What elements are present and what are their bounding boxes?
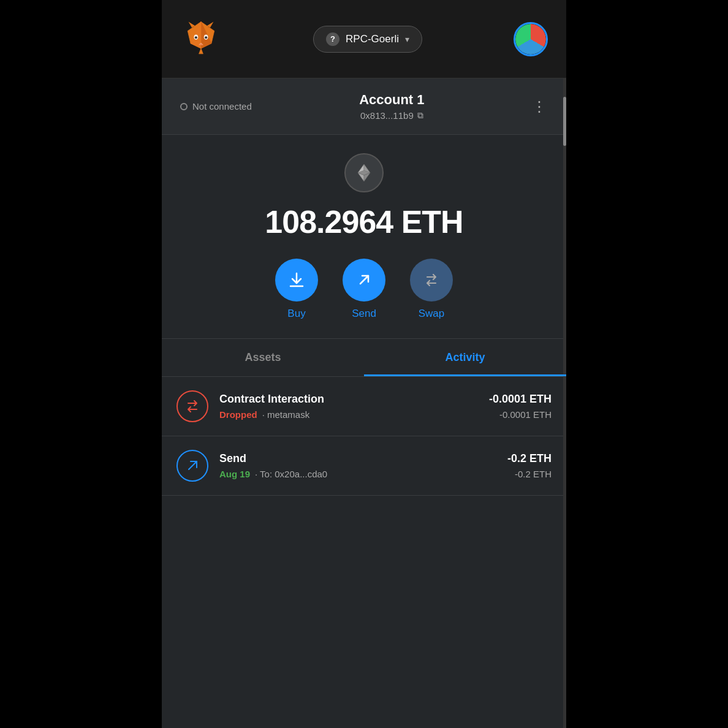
swap-arrows-icon xyxy=(422,271,441,289)
send-button[interactable]: Send xyxy=(343,259,385,320)
buy-label: Buy xyxy=(287,308,305,320)
avatar-inner xyxy=(515,24,546,55)
contract-interaction-details: Contract Interaction Dropped · metamask xyxy=(219,393,478,420)
swap-icon-circle xyxy=(410,259,453,301)
eth-logo xyxy=(344,153,384,192)
account-avatar[interactable] xyxy=(514,22,548,56)
connection-status: Not connected xyxy=(180,101,252,112)
swap-arrows-red-icon xyxy=(184,398,200,414)
svg-marker-3 xyxy=(199,48,203,53)
account-name-area: Account 1 0x813...11b9 ⧉ xyxy=(359,92,424,121)
send-label: Send xyxy=(352,308,376,320)
send-activity-details: Send Aug 19 · To: 0x20a...cda0 xyxy=(219,452,496,479)
more-options-button[interactable]: ⋮ xyxy=(532,98,548,115)
metamask-logo xyxy=(180,18,222,60)
connection-dot xyxy=(180,103,188,110)
balance-section: 108.2964 ETH Buy xyxy=(162,135,566,339)
eth-diamond-icon xyxy=(353,162,375,184)
tab-assets[interactable]: Assets xyxy=(162,339,364,376)
send-icon-circle xyxy=(343,259,385,301)
arrow-up-right-icon xyxy=(355,271,373,289)
network-selector[interactable]: ? RPC-Goerli ▾ xyxy=(313,26,422,53)
main-content: Not connected Account 1 0x813...11b9 ⧉ ⋮ xyxy=(162,78,566,728)
svg-point-6 xyxy=(195,36,197,39)
contract-interaction-subtitle: Dropped · metamask xyxy=(219,409,478,420)
contract-interaction-icon xyxy=(176,390,208,422)
contract-amount-primary: -0.0001 ETH xyxy=(489,393,552,406)
activity-item-send[interactable]: Send Aug 19 · To: 0x20a...cda0 -0.2 ETH … xyxy=(162,436,566,496)
account-name: Account 1 xyxy=(359,92,424,108)
contract-interaction-title: Contract Interaction xyxy=(219,393,478,406)
balance-amount: 108.2964 ETH xyxy=(265,203,463,240)
chevron-down-icon: ▾ xyxy=(405,34,409,44)
svg-point-7 xyxy=(205,36,207,39)
send-amount-primary: -0.2 ETH xyxy=(507,452,552,465)
svg-line-20 xyxy=(189,461,197,469)
download-icon xyxy=(287,271,306,289)
scrollbar-thumb xyxy=(563,97,566,146)
activity-list: Contract Interaction Dropped · metamask … xyxy=(162,377,566,496)
send-activity-icon xyxy=(176,450,208,482)
contract-interaction-amount: -0.0001 ETH -0.0001 ETH xyxy=(489,393,552,420)
copy-icon[interactable]: ⧉ xyxy=(417,110,423,121)
contract-source: · metamask xyxy=(262,409,310,420)
browser-bar: ? RPC-Goerli ▾ xyxy=(162,0,566,78)
buy-icon-circle xyxy=(275,259,318,301)
contract-amount-secondary: -0.0001 ETH xyxy=(489,409,552,420)
account-header: Not connected Account 1 0x813...11b9 ⧉ ⋮ xyxy=(162,78,566,135)
svg-line-19 xyxy=(360,276,368,284)
question-icon: ? xyxy=(326,32,339,46)
action-buttons: Buy Send xyxy=(275,259,453,320)
send-activity-title: Send xyxy=(219,452,496,465)
swap-button[interactable]: Swap xyxy=(410,259,453,320)
account-address[interactable]: 0x813...11b9 ⧉ xyxy=(359,110,424,121)
tab-activity[interactable]: Activity xyxy=(364,339,566,376)
send-activity-amount: -0.2 ETH -0.2 ETH xyxy=(507,452,552,479)
send-amount-secondary: -0.2 ETH xyxy=(507,469,552,479)
swap-label: Swap xyxy=(419,308,445,320)
tabs: Assets Activity xyxy=(162,339,566,377)
network-label: RPC-Goerli xyxy=(346,33,399,45)
connection-label: Not connected xyxy=(192,101,252,112)
buy-button[interactable]: Buy xyxy=(275,259,318,320)
dropped-status: Dropped xyxy=(219,409,257,420)
activity-item-contract-interaction[interactable]: Contract Interaction Dropped · metamask … xyxy=(162,377,566,436)
send-to: · To: 0x20a...cda0 xyxy=(255,469,327,479)
arrow-up-right-blue-icon xyxy=(184,458,200,474)
send-activity-subtitle: Aug 19 · To: 0x20a...cda0 xyxy=(219,469,496,479)
scrollbar[interactable] xyxy=(563,78,566,728)
send-date: Aug 19 xyxy=(219,469,250,479)
